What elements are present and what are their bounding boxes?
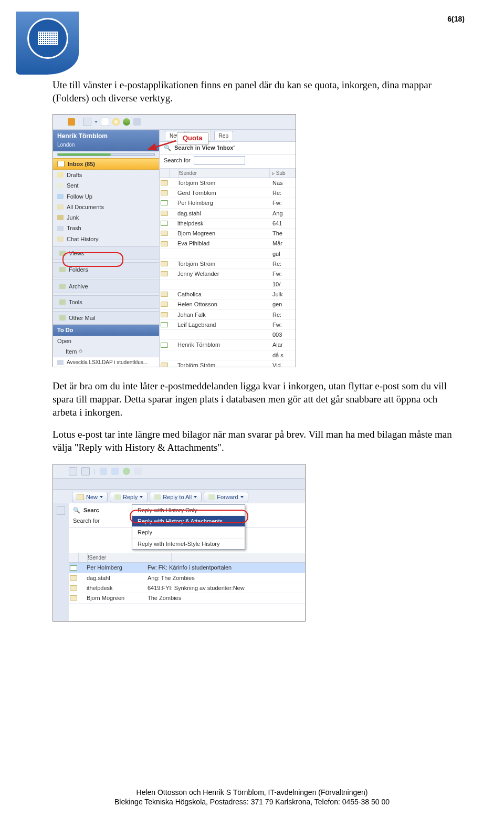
sidebar-junk[interactable]: Junk	[53, 212, 159, 223]
tab-rep[interactable]: Rep	[214, 131, 233, 140]
new-button[interactable]: New	[72, 492, 108, 502]
panel-icon[interactable]	[57, 506, 65, 515]
todo-open[interactable]: Open	[53, 336, 159, 346]
sidebar-chat[interactable]: Chat History	[53, 234, 159, 244]
message-row[interactable]: Per HolmbergFw: FK: Kårinfo i studentpor…	[69, 563, 305, 573]
sidebar-folders[interactable]: Folders	[53, 264, 159, 275]
col-flag[interactable]	[170, 169, 178, 178]
message-row[interactable]: Torbjörn StrömRe:	[160, 259, 296, 269]
message-row[interactable]: Bjorn MogreenThe Zombies	[69, 593, 305, 603]
inbox-label: Inbox (85)	[68, 160, 95, 168]
sidebar-trash[interactable]: Trash	[53, 223, 159, 233]
sender-cell: Leif Lagebrand	[177, 320, 270, 329]
sidebar-drafts[interactable]: Drafts	[53, 170, 159, 180]
reply-all-button[interactable]: Reply to All	[150, 492, 202, 502]
message-row[interactable]: Torbjörn StrömNäs	[160, 178, 296, 188]
subject-cell: Vid	[270, 360, 296, 367]
mail-icon	[161, 312, 168, 317]
search-input[interactable]	[194, 156, 245, 165]
menu-reply-history-attachments[interactable]: Reply with History & Attachments	[132, 515, 245, 526]
subject-cell: Ang: The Zombies	[144, 573, 305, 583]
sidebar-alldocs[interactable]: All Documents	[53, 202, 159, 212]
subject-cell: Julk	[270, 289, 296, 299]
subject-cell: Re:	[270, 259, 296, 268]
col-flag[interactable]	[79, 553, 88, 562]
mail-icon	[161, 363, 168, 367]
message-row[interactable]: CatholicaJulk	[160, 289, 296, 299]
quota-bar[interactable]	[57, 153, 155, 156]
tool-icon[interactable]	[134, 468, 142, 475]
message-row[interactable]: dag.stahlAng: The Zombies	[69, 573, 305, 583]
reply-button[interactable]: Reply	[110, 492, 148, 502]
refresh-icon[interactable]	[123, 468, 130, 475]
unread-mail-icon	[161, 200, 168, 205]
binoculars-icon[interactable]	[111, 468, 119, 475]
message-row[interactable]: Leif LagebrandFw:	[160, 320, 296, 330]
menu-reply[interactable]: Reply	[132, 526, 245, 537]
menu-reply-internet-style[interactable]: Reply with Internet-Style History	[132, 538, 245, 549]
archive-icon	[59, 284, 66, 289]
message-row[interactable]: Henrik TörnblomAlar	[160, 340, 296, 350]
new-mail-icon[interactable]	[83, 118, 91, 126]
message-row[interactable]: Per HolmbergFw:	[160, 198, 296, 208]
col-icon[interactable]	[69, 553, 79, 562]
sidebar-followup[interactable]: Follow Up	[53, 191, 159, 202]
message-row[interactable]: gul	[160, 249, 296, 259]
todo-header[interactable]: To Do	[53, 325, 159, 335]
message-row[interactable]: Gerd TörnblomRe:	[160, 188, 296, 198]
message-row[interactable]: då s	[160, 350, 296, 360]
mail-icon	[161, 180, 168, 185]
message-row[interactable]: 10/	[160, 280, 296, 289]
sender-cell: Helen Ottosson	[177, 299, 270, 309]
message-row[interactable]: Jenny WelanderFw:	[160, 269, 296, 279]
footer-line-2: Blekinge Tekniska Högskola, Postadress: …	[0, 798, 504, 807]
sender-cell: Johan Falk	[177, 310, 270, 319]
sidebar-othermail[interactable]: Other Mail	[53, 313, 159, 323]
message-row[interactable]: 003	[160, 330, 296, 340]
forward-button[interactable]: Forward	[204, 492, 248, 502]
tool-icon[interactable]	[68, 118, 75, 126]
tools-icon	[59, 299, 66, 305]
message-row[interactable]: Johan FalkRe:	[160, 310, 296, 320]
message-row[interactable]: ithelpdesk641	[160, 219, 296, 229]
tool-icon[interactable]	[69, 467, 77, 475]
chevron-down-icon[interactable]	[94, 121, 98, 123]
message-row[interactable]: dag.stahlAng	[160, 209, 296, 219]
menu-reply-history-only[interactable]: Reply with History Only	[132, 505, 245, 515]
message-row[interactable]: Torbjörn StrömVid	[160, 360, 296, 367]
subject-cell: The Zombies	[144, 593, 305, 603]
refresh-icon[interactable]	[112, 118, 120, 126]
col-icon[interactable]	[160, 169, 170, 178]
print-icon[interactable]	[101, 118, 109, 126]
message-row[interactable]: ithelpdesk6419:FYI: Synkning av studente…	[69, 583, 305, 593]
tool-icon[interactable]	[81, 467, 90, 475]
user-header: Henrik Törnblom London	[53, 130, 159, 151]
user-location: London	[57, 142, 75, 148]
search-icon: 🔍	[73, 506, 80, 514]
col-sender[interactable]: !Sender	[88, 553, 172, 562]
sidebar-views[interactable]: Views	[53, 248, 159, 258]
todo-item[interactable]: Item ◇	[53, 346, 159, 357]
col-sender[interactable]: !Sender	[178, 169, 270, 178]
sidebar-sent[interactable]: Sent	[53, 180, 159, 191]
sender-cell	[177, 354, 270, 356]
message-row[interactable]: Eva PihlbladMår	[160, 239, 296, 249]
mail-icon	[161, 231, 168, 236]
tool-icon[interactable]	[133, 118, 141, 126]
sender-cell: Torbjörn Ström	[177, 178, 270, 188]
reply-dropdown-menu: Reply with History Only Reply with Histo…	[132, 504, 245, 550]
svg-line-0	[149, 141, 176, 149]
status-icon[interactable]	[123, 118, 130, 126]
sidebar-inbox[interactable]: Inbox (85)	[53, 158, 159, 170]
todo-row[interactable]: Avveckla LSXLDAP i studentklus...	[53, 357, 159, 367]
sender-cell: Catholica	[177, 289, 270, 299]
sent-icon	[57, 183, 64, 188]
message-row[interactable]: Helen Ottossongen	[160, 299, 296, 309]
unread-mail-icon	[161, 221, 168, 226]
subject-cell: då s	[270, 350, 296, 360]
mail-icon	[161, 261, 168, 266]
sidebar-archive[interactable]: Archive	[53, 281, 159, 292]
search-icon[interactable]	[100, 468, 107, 475]
message-row[interactable]: Bjorn MogreenThe	[160, 229, 296, 239]
sidebar-tools[interactable]: Tools	[53, 297, 159, 307]
